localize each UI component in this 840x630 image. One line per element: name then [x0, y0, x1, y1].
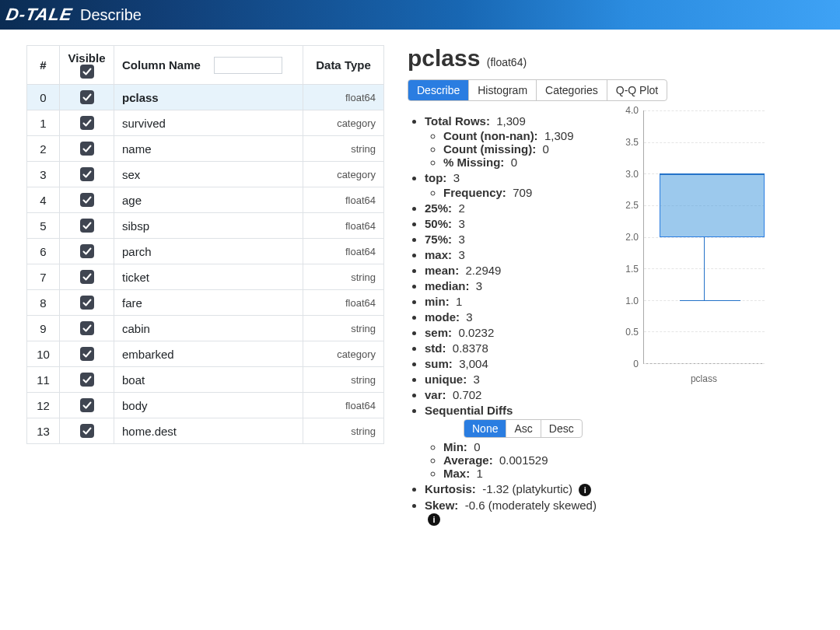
- column-row[interactable]: 13home.deststring: [27, 418, 384, 444]
- column-row[interactable]: 8farefloat64: [27, 290, 384, 316]
- column-row[interactable]: 0pclassfloat64: [27, 85, 384, 110]
- ytick-label: 2.5: [617, 200, 639, 211]
- row-dtype: float64: [303, 187, 384, 213]
- visible-checkbox[interactable]: [80, 424, 94, 438]
- column-row[interactable]: 11boatstring: [27, 367, 384, 393]
- column-filter-input[interactable]: [214, 57, 282, 74]
- row-index: 5: [27, 213, 60, 239]
- selected-column-dtype: (float64): [487, 56, 527, 68]
- column-row[interactable]: 4agefloat64: [27, 187, 384, 213]
- column-row[interactable]: 12bodyfloat64: [27, 393, 384, 418]
- row-dtype: category: [303, 341, 384, 367]
- column-row[interactable]: 9cabinstring: [27, 316, 384, 341]
- th-visible: Visible: [60, 46, 114, 85]
- ytick-label: 2.0: [617, 232, 639, 243]
- row-index: 12: [27, 393, 60, 418]
- row-colname: parch: [114, 239, 303, 264]
- visible-checkbox[interactable]: [80, 321, 94, 335]
- row-dtype: string: [303, 136, 384, 162]
- row-index: 2: [27, 136, 60, 162]
- row-index: 8: [27, 290, 60, 316]
- th-index: #: [27, 46, 60, 85]
- row-colname: sex: [114, 162, 303, 187]
- column-row[interactable]: 10embarkedcategory: [27, 341, 384, 367]
- visible-checkbox[interactable]: [80, 219, 94, 233]
- seq-sort-asc[interactable]: Asc: [506, 420, 541, 437]
- column-row[interactable]: 6parchfloat64: [27, 239, 384, 264]
- ytick-label: 0: [617, 359, 639, 369]
- seq-sort-buttons: NoneAscDesc: [464, 419, 583, 438]
- visible-checkbox[interactable]: [80, 193, 94, 207]
- row-dtype: float64: [303, 213, 384, 239]
- tab-categories[interactable]: Categories: [537, 80, 607, 100]
- boxplot-chart: pclass 00.51.01.52.02.53.03.54.0: [617, 107, 765, 387]
- visible-checkbox[interactable]: [80, 142, 94, 156]
- column-row[interactable]: 7ticketstring: [27, 264, 384, 290]
- row-dtype: string: [303, 418, 384, 444]
- visible-checkbox[interactable]: [80, 373, 94, 387]
- ytick-label: 3.5: [617, 137, 639, 148]
- app-logo: D-TALE: [5, 5, 75, 25]
- row-index: 11: [27, 367, 60, 393]
- row-dtype: float64: [303, 239, 384, 264]
- row-index: 9: [27, 316, 60, 341]
- column-row[interactable]: 3sexcategory: [27, 162, 384, 187]
- ytick-label: 1.5: [617, 264, 639, 275]
- row-index: 3: [27, 162, 60, 187]
- tab-histogram[interactable]: Histogram: [469, 80, 537, 100]
- row-index: 6: [27, 239, 60, 264]
- tab-q-q-plot[interactable]: Q-Q Plot: [607, 80, 667, 100]
- row-colname: sibsp: [114, 213, 303, 239]
- row-index: 1: [27, 110, 60, 136]
- row-colname: body: [114, 393, 303, 418]
- info-icon[interactable]: i: [579, 484, 591, 496]
- ytick-label: 4.0: [617, 105, 639, 116]
- row-index: 13: [27, 418, 60, 444]
- ytick-label: 0.5: [617, 327, 639, 338]
- stats-list: Total Rows: 1,309 Count (non-nan): 1,309…: [408, 112, 597, 528]
- row-index: 0: [27, 85, 60, 110]
- columns-table: # Visible Column Name Data Type 0pclassf…: [26, 45, 384, 444]
- toggle-all-visible[interactable]: [80, 65, 94, 79]
- row-index: 10: [27, 341, 60, 367]
- row-colname: pclass: [114, 85, 303, 110]
- chart-xlabel: pclass: [643, 373, 765, 384]
- ytick-label: 1.0: [617, 296, 639, 306]
- visible-checkbox[interactable]: [80, 347, 94, 361]
- row-colname: age: [114, 187, 303, 213]
- visible-checkbox[interactable]: [80, 244, 94, 258]
- detail-tabs: DescribeHistogramCategoriesQ-Q Plot: [408, 79, 667, 101]
- page-title: Describe: [80, 6, 142, 24]
- row-colname: ticket: [114, 264, 303, 290]
- th-colname: Column Name: [114, 46, 303, 85]
- visible-checkbox[interactable]: [80, 398, 94, 412]
- visible-checkbox[interactable]: [80, 116, 94, 130]
- column-row[interactable]: 5sibspfloat64: [27, 213, 384, 239]
- visible-checkbox[interactable]: [80, 167, 94, 181]
- row-dtype: category: [303, 110, 384, 136]
- row-dtype: float64: [303, 290, 384, 316]
- row-index: 4: [27, 187, 60, 213]
- selected-column-title: pclass (float64): [408, 45, 814, 72]
- column-row[interactable]: 2namestring: [27, 136, 384, 162]
- column-row[interactable]: 1survivedcategory: [27, 110, 384, 136]
- row-colname: fare: [114, 290, 303, 316]
- row-dtype: string: [303, 316, 384, 341]
- row-colname: survived: [114, 110, 303, 136]
- th-dtype: Data Type: [303, 46, 384, 85]
- row-dtype: string: [303, 367, 384, 393]
- info-icon[interactable]: i: [428, 513, 440, 526]
- seq-sort-desc[interactable]: Desc: [541, 420, 582, 437]
- row-dtype: category: [303, 162, 384, 187]
- row-colname: name: [114, 136, 303, 162]
- visible-checkbox[interactable]: [80, 296, 94, 310]
- ytick-label: 3.0: [617, 169, 639, 180]
- app-header: D-TALE Describe: [0, 0, 840, 30]
- seq-sort-none[interactable]: None: [464, 420, 506, 437]
- tab-describe[interactable]: Describe: [408, 80, 469, 100]
- row-colname: home.dest: [114, 418, 303, 444]
- visible-checkbox[interactable]: [80, 270, 94, 284]
- visible-checkbox[interactable]: [80, 90, 94, 104]
- row-colname: embarked: [114, 341, 303, 367]
- row-index: 7: [27, 264, 60, 290]
